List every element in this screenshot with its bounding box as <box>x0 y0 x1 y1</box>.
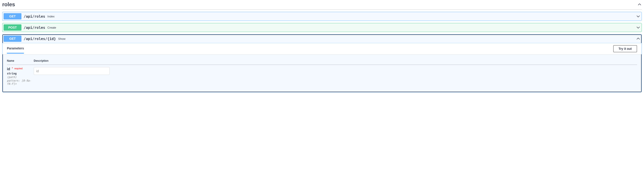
endpoint-path: /api/roles <box>22 14 47 19</box>
endpoint-row: GET /api/roles Index <box>2 12 642 21</box>
param-type: string <box>7 71 34 75</box>
method-badge-get: GET <box>4 36 22 42</box>
endpoint-path: /api/roles/{id} <box>22 37 58 41</box>
parameters-header: Parameters Try it out <box>2 43 642 54</box>
endpoint-summary[interactable]: POST /api/roles Create <box>2 23 642 32</box>
chevron-up-icon <box>637 2 642 7</box>
param-name: id <box>7 67 10 71</box>
table-row: id * required string (path) pattern: [0-… <box>7 65 637 88</box>
method-badge-get: GET <box>4 13 22 20</box>
method-badge-post: POST <box>4 24 22 31</box>
endpoint-row: POST /api/roles Create <box>2 23 642 32</box>
endpoint-summary[interactable]: GET /api/roles Index <box>2 12 642 21</box>
chevron-up-icon <box>636 37 640 41</box>
endpoint-description: Show <box>58 37 636 41</box>
endpoint-body: Parameters Try it out Name Description <box>2 43 642 92</box>
tag-title: roles <box>2 1 15 8</box>
param-in: (path) <box>7 75 34 79</box>
try-it-out-button[interactable]: Try it out <box>613 45 637 52</box>
endpoint-description: Index <box>47 15 636 18</box>
col-header-name: Name <box>7 57 34 65</box>
col-header-description: Description <box>34 57 637 65</box>
parameters-table-wrap: Name Description id * required <box>2 54 642 92</box>
param-input-id[interactable] <box>34 67 110 75</box>
tag-header[interactable]: roles <box>2 0 642 10</box>
required-label: required <box>14 67 22 70</box>
required-star-icon: * <box>11 67 13 70</box>
chevron-down-icon <box>636 14 640 19</box>
endpoint-path: /api/roles <box>22 26 47 30</box>
parameters-table: Name Description id * required <box>7 57 637 88</box>
parameters-tab[interactable]: Parameters <box>7 47 24 54</box>
param-pattern: pattern: [0-9a-fA-F]+ <box>7 79 34 85</box>
endpoint-row-expanded: GET /api/roles/{id} Show Parameters Try … <box>2 34 642 92</box>
endpoint-summary[interactable]: GET /api/roles/{id} Show <box>2 35 642 43</box>
endpoint-description: Create <box>47 26 636 29</box>
chevron-down-icon <box>636 25 640 30</box>
